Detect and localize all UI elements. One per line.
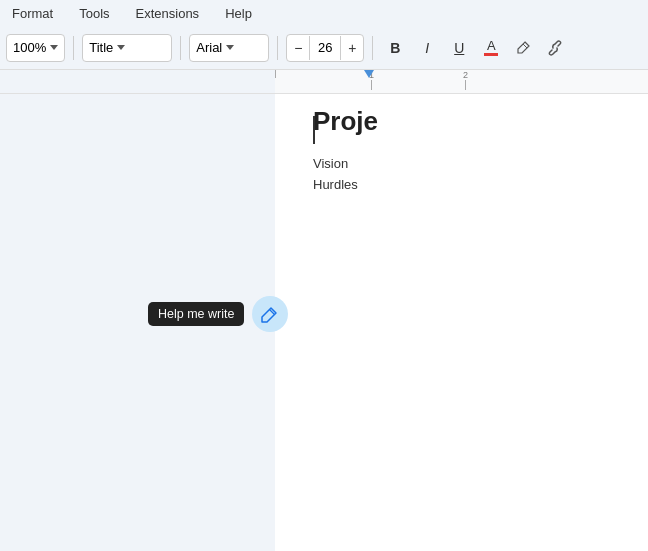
italic-button[interactable]: I — [413, 34, 441, 62]
pen-sparkle-icon — [261, 305, 279, 323]
font-size-box: − + — [286, 34, 364, 62]
ruler-left — [0, 70, 275, 93]
zoom-value: 100% — [13, 40, 46, 55]
font-selector[interactable]: Arial — [189, 34, 269, 62]
content-area: Help me write Proje Vision Hurdles — [0, 94, 648, 551]
toolbar: 100% Title Arial − + B I U A — [0, 26, 648, 70]
ruler-triangle-icon — [364, 70, 374, 78]
style-value: Title — [89, 40, 113, 55]
menu-format[interactable]: Format — [8, 4, 57, 23]
ruler-right: 1 2 — [275, 70, 648, 93]
font-size-input[interactable] — [309, 36, 341, 60]
separator-2 — [180, 36, 181, 60]
separator-1 — [73, 36, 74, 60]
font-chevron-icon — [226, 45, 234, 50]
doc-line-2: Hurdles — [313, 175, 358, 196]
zoom-chevron-icon — [50, 45, 58, 50]
font-color-icon: A — [484, 39, 498, 56]
menu-tools[interactable]: Tools — [75, 4, 113, 23]
menu-bar: Format Tools Extensions Help — [0, 0, 648, 26]
separator-3 — [277, 36, 278, 60]
highlight-icon — [515, 40, 531, 56]
zoom-selector[interactable]: 100% — [6, 34, 65, 62]
doc-panel: Proje Vision Hurdles — [275, 94, 648, 551]
help-write-button[interactable] — [252, 296, 288, 332]
svg-line-0 — [523, 44, 527, 48]
font-value: Arial — [196, 40, 222, 55]
doc-line-1: Vision — [313, 154, 358, 175]
style-chevron-icon — [117, 45, 125, 50]
menu-help[interactable]: Help — [221, 4, 256, 23]
font-color-button[interactable]: A — [477, 34, 505, 62]
highlight-button[interactable] — [509, 34, 537, 62]
link-icon — [547, 40, 563, 56]
help-write-container: Help me write — [148, 296, 288, 332]
doc-content: Vision Hurdles — [313, 154, 358, 196]
left-panel: Help me write — [0, 94, 275, 551]
bold-button[interactable]: B — [381, 34, 409, 62]
decrease-font-button[interactable]: − — [287, 34, 309, 62]
link-button[interactable] — [541, 34, 569, 62]
underline-button[interactable]: U — [445, 34, 473, 62]
zoom-group: 100% — [6, 34, 65, 62]
help-write-label: Help me write — [148, 302, 244, 326]
ruler-tick-2: 2 — [463, 70, 468, 90]
menu-extensions[interactable]: Extensions — [132, 4, 204, 23]
doc-title: Proje — [313, 106, 378, 137]
ruler: 1 2 — [0, 70, 648, 94]
separator-4 — [372, 36, 373, 60]
ruler-tick-0 — [275, 70, 276, 78]
increase-font-button[interactable]: + — [341, 34, 363, 62]
doc-page[interactable]: Proje Vision Hurdles — [275, 94, 648, 551]
style-selector[interactable]: Title — [82, 34, 172, 62]
